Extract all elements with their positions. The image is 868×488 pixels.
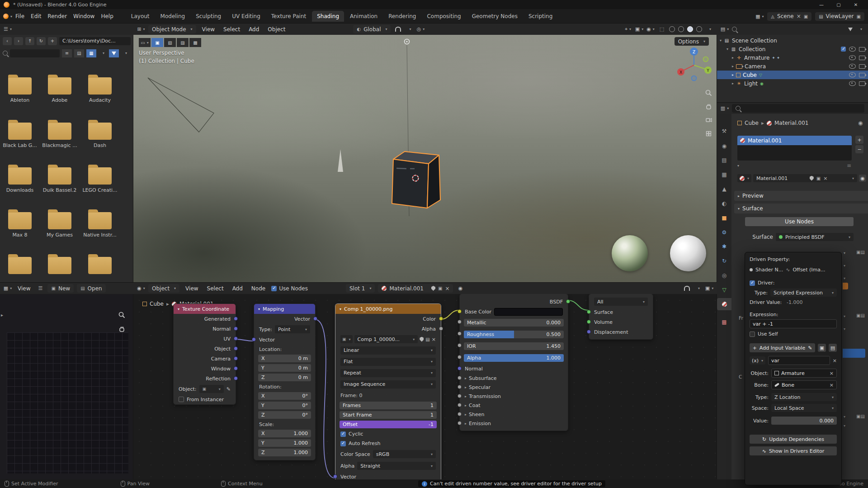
input-socket[interactable] <box>458 394 462 398</box>
section-coat[interactable]: ▸Coat <box>460 401 568 410</box>
options-button[interactable]: Options <box>675 37 709 46</box>
node-snap-toggle[interactable] <box>683 284 691 293</box>
input-socket[interactable] <box>458 385 462 389</box>
outliner-row-scene-collection[interactable]: ▾▤Scene Collection <box>717 36 868 45</box>
tab-constraints[interactable]: ◎ <box>717 269 731 281</box>
tab-texture[interactable]: ▩ <box>717 316 731 328</box>
channel-type-dropdown[interactable]: Z Location <box>771 393 837 401</box>
interpolation-dropdown[interactable]: Linear <box>340 346 436 355</box>
slot-selector[interactable]: Slot 1 <box>346 284 375 293</box>
node-overlays-menu[interactable]: ▣ <box>705 284 713 293</box>
menu-edit[interactable]: Edit <box>28 12 44 20</box>
input-socket[interactable] <box>458 403 462 407</box>
section-emission[interactable]: ▸Emission <box>460 419 568 428</box>
variable-value-field[interactable]: 0.000 <box>771 417 837 425</box>
alpha-slider[interactable]: Alpha1.000 <box>464 354 564 362</box>
scene-selector[interactable]: ◬ Scene ▣ <box>767 12 811 21</box>
render-visibility-icon[interactable] <box>859 64 865 69</box>
resize-grip[interactable]: ≡ <box>847 162 852 169</box>
material-name-field[interactable]: Material.001▣ <box>753 174 857 182</box>
unlink-material-icon[interactable] <box>445 285 449 292</box>
tab-render[interactable]: ◉ <box>717 140 731 152</box>
region-expand-arrow[interactable]: ▸ <box>1 313 3 317</box>
shading-wireframe-button[interactable] <box>669 26 675 32</box>
unlink-icon[interactable] <box>797 13 801 19</box>
filter-menu[interactable] <box>856 25 864 33</box>
driver-enable-toggle[interactable]: Driver: <box>750 280 837 286</box>
outliner-row-cube[interactable]: ▸Cube ▽ <box>717 71 868 79</box>
material-preview-sphere[interactable] <box>670 235 706 271</box>
frames-field[interactable]: Frames1 <box>340 402 437 409</box>
up-button[interactable]: ↑ <box>25 37 34 45</box>
image-menu-view[interactable]: View <box>15 284 33 293</box>
input-socket[interactable] <box>458 343 462 347</box>
output-socket[interactable] <box>234 366 238 370</box>
overlays-menu[interactable]: ◉ <box>646 25 655 33</box>
folder-item[interactable]: Dash <box>80 123 120 148</box>
viewport-menu-view[interactable]: View <box>199 25 217 33</box>
variable-object-field[interactable]: Armature <box>771 369 837 378</box>
workspace-icon[interactable]: ▦ <box>755 12 764 20</box>
maximize-button[interactable]: ▢ <box>830 0 847 9</box>
open-image-button[interactable]: ▤Open <box>77 284 106 293</box>
render-visibility-icon[interactable] <box>859 73 865 77</box>
orthographic-toggle-icon[interactable] <box>704 129 712 137</box>
image-browse-button[interactable]: ▣ <box>340 335 353 343</box>
variable-type-button[interactable]: (x) <box>750 356 765 365</box>
copy-icon[interactable]: ▣ <box>816 176 821 181</box>
input-socket[interactable] <box>252 337 256 341</box>
folder-item[interactable]: Black Lab G... <box>0 123 40 148</box>
space-dropdown[interactable]: Local Space <box>771 404 837 412</box>
menu-window[interactable]: Window <box>71 12 97 20</box>
input-socket[interactable] <box>458 355 462 359</box>
new-folder-button[interactable]: + <box>48 37 57 45</box>
outliner-row-camera[interactable]: ▸Camera <box>717 62 868 71</box>
pin-icon[interactable]: ◉ <box>456 284 464 293</box>
fake-user-icon[interactable] <box>810 176 814 181</box>
render-visibility-icon[interactable] <box>859 47 865 52</box>
shader-type-selector[interactable]: Object <box>148 284 179 293</box>
tab-physics[interactable]: ↻ <box>717 255 731 267</box>
shading-rendered-button[interactable] <box>696 26 702 32</box>
menu-help[interactable]: Help <box>98 12 116 20</box>
tab-texture-paint[interactable]: Texture Paint <box>266 11 311 22</box>
proportional-editing-menu[interactable]: ◎ <box>416 25 425 33</box>
paste-variables-button[interactable]: ▤ <box>829 344 837 352</box>
expression-input[interactable]: var + -1 <box>750 319 837 328</box>
input-socket[interactable] <box>587 310 591 314</box>
outliner-row-collection[interactable]: ▾▥Collection <box>717 45 868 53</box>
hide-icon[interactable] <box>849 72 856 77</box>
snap-toggle[interactable] <box>394 25 402 33</box>
output-socket[interactable] <box>234 327 238 331</box>
snap-menu[interactable] <box>405 25 413 33</box>
rotation-x-field[interactable]: X0° <box>258 392 311 400</box>
update-dependencies-button[interactable]: ↻Update Dependencies <box>750 435 837 444</box>
display-size-menu[interactable] <box>99 49 107 57</box>
properties-editor-type-button[interactable]: ▥ <box>721 104 729 113</box>
select-intersect-button[interactable]: ▩ <box>189 38 201 47</box>
render-visibility-icon[interactable] <box>859 56 865 60</box>
input-socket[interactable] <box>458 421 462 425</box>
close-button[interactable]: ✕ <box>847 0 864 9</box>
node-snap-menu[interactable] <box>694 284 702 293</box>
folder-item[interactable]: LEGO Creati... <box>80 167 120 193</box>
outliner-row-armature[interactable]: ▸✛Armature ✦ ✦ <box>717 53 868 62</box>
outliner-row-light[interactable]: ▸☀Light ◉ <box>717 79 868 88</box>
node-mapping[interactable]: ▾Mapping Vector Type:Point Vector Locati… <box>254 303 316 460</box>
shading-material-preview-button[interactable] <box>687 26 693 32</box>
roughness-slider[interactable]: Roughness0.500 <box>464 331 564 338</box>
variable-name-field[interactable]: var <box>768 356 830 365</box>
new-view-layer-icon[interactable]: ▣ <box>857 14 861 19</box>
location-z-field[interactable]: Z0 m <box>258 374 311 381</box>
source-dropdown[interactable]: Image Sequence <box>340 380 436 389</box>
offset-field-driven[interactable]: Offset-1 <box>340 421 437 428</box>
output-socket[interactable] <box>566 299 570 303</box>
remove-slot-button[interactable]: − <box>855 145 863 153</box>
alpha-mode-dropdown[interactable]: Straight <box>357 462 436 470</box>
menu-render[interactable]: Render <box>45 12 70 20</box>
zoom-icon[interactable] <box>704 89 712 97</box>
folder-item[interactable] <box>80 257 120 274</box>
location-y-field[interactable]: Y0 m <box>258 364 311 372</box>
view-layer-selector[interactable]: ▤ ViewLayer ▣ <box>815 12 864 21</box>
image-editor[interactable]: ▦ View ☰ ▣New ▤Open ▸ <box>0 283 133 479</box>
